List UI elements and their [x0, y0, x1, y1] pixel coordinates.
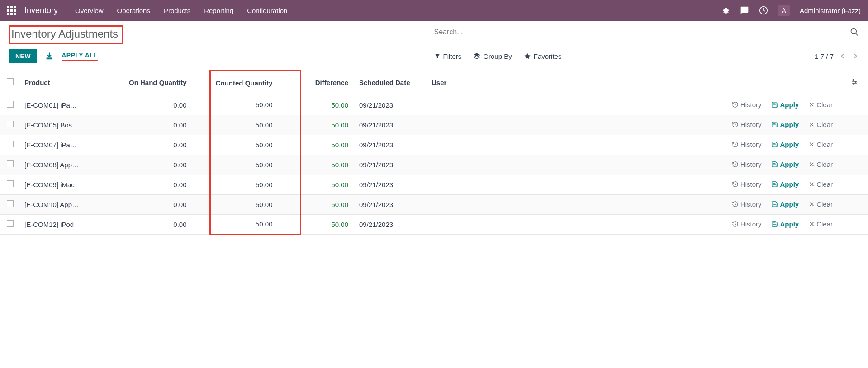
cell-product[interactable]: [E-COM12] iPod: [20, 214, 119, 234]
user-name[interactable]: Administrator (Fazz): [800, 7, 861, 14]
th-counted[interactable]: Counted Quantity: [210, 71, 300, 95]
apply-button[interactable]: Apply: [771, 160, 799, 168]
apply-button[interactable]: Apply: [771, 121, 799, 128]
cell-product[interactable]: [E-COM05] Bos…: [20, 115, 119, 135]
cell-onhand[interactable]: 0.00: [119, 175, 210, 194]
cell-onhand[interactable]: 0.00: [119, 194, 210, 214]
table-row[interactable]: [E-COM09] iMac 0.00 50.00 50.00 09/21/20…: [0, 175, 868, 194]
clear-button[interactable]: Clear: [809, 180, 833, 188]
nav-products[interactable]: Products: [164, 7, 190, 14]
apply-button[interactable]: Apply: [771, 101, 799, 109]
search-icon[interactable]: [850, 28, 859, 37]
cell-onhand[interactable]: 0.00: [119, 214, 210, 234]
clock-icon[interactable]: [759, 6, 768, 15]
cell-counted[interactable]: 50.00: [210, 95, 300, 115]
cell-user[interactable]: [427, 175, 490, 194]
new-button[interactable]: NEW: [9, 49, 37, 63]
table-row[interactable]: [E-COM05] Bos… 0.00 50.00 50.00 09/21/20…: [0, 115, 868, 135]
pager-text[interactable]: 1-7 / 7: [814, 52, 834, 60]
row-checkbox[interactable]: [7, 101, 14, 108]
clear-button[interactable]: Clear: [809, 200, 833, 208]
avatar[interactable]: A: [778, 5, 790, 16]
cell-date[interactable]: 09/21/2023: [355, 175, 427, 194]
pager-prev-icon[interactable]: [839, 52, 846, 60]
cell-date[interactable]: 09/21/2023: [355, 115, 427, 135]
cell-onhand[interactable]: 0.00: [119, 135, 210, 155]
favorites-button[interactable]: Favorites: [524, 52, 562, 60]
cell-user[interactable]: [427, 194, 490, 214]
cell-user[interactable]: [427, 214, 490, 234]
table-row[interactable]: [E-COM12] iPod 0.00 50.00 50.00 09/21/20…: [0, 214, 868, 234]
groupby-button[interactable]: Group By: [473, 52, 512, 60]
cell-user[interactable]: [427, 115, 490, 135]
clear-button[interactable]: Clear: [809, 101, 833, 109]
row-checkbox[interactable]: [7, 121, 14, 127]
cell-onhand[interactable]: 0.00: [119, 95, 210, 115]
app-title[interactable]: Inventory: [24, 6, 58, 15]
cell-date[interactable]: 09/21/2023: [355, 214, 427, 234]
column-settings-icon[interactable]: [851, 78, 858, 85]
th-product[interactable]: Product: [20, 71, 119, 95]
pager-next-icon[interactable]: [852, 52, 859, 60]
apply-button[interactable]: Apply: [771, 220, 799, 228]
history-button[interactable]: History: [732, 200, 762, 208]
history-button[interactable]: History: [732, 101, 762, 109]
cell-counted[interactable]: 50.00: [210, 175, 300, 194]
cell-product[interactable]: [E-COM08] App…: [20, 155, 119, 175]
cell-onhand[interactable]: 0.00: [119, 115, 210, 135]
filters-button[interactable]: Filters: [434, 52, 462, 60]
clear-button[interactable]: Clear: [809, 220, 833, 228]
cell-product[interactable]: [E-COM10] App…: [20, 194, 119, 214]
search-bar[interactable]: [434, 25, 859, 41]
cell-product[interactable]: [E-COM01] iPa…: [20, 95, 119, 115]
cell-date[interactable]: 09/21/2023: [355, 135, 427, 155]
cell-counted[interactable]: 50.00: [210, 135, 300, 155]
cell-date[interactable]: 09/21/2023: [355, 155, 427, 175]
row-checkbox[interactable]: [7, 220, 14, 227]
nav-overview[interactable]: Overview: [75, 7, 104, 14]
bug-icon[interactable]: [722, 6, 730, 14]
select-all-checkbox[interactable]: [7, 78, 14, 85]
row-checkbox[interactable]: [7, 160, 14, 167]
th-difference[interactable]: Difference: [300, 71, 355, 95]
history-button[interactable]: History: [732, 220, 762, 228]
apps-grid-icon[interactable]: [7, 6, 16, 15]
th-onhand[interactable]: On Hand Quantity: [119, 71, 210, 95]
table-row[interactable]: [E-COM01] iPa… 0.00 50.00 50.00 09/21/20…: [0, 95, 868, 115]
table-row[interactable]: [E-COM07] iPa… 0.00 50.00 50.00 09/21/20…: [0, 135, 868, 155]
cell-counted[interactable]: 50.00: [210, 115, 300, 135]
th-user[interactable]: User: [427, 71, 490, 95]
cell-counted[interactable]: 50.00: [210, 155, 300, 175]
history-button[interactable]: History: [732, 121, 762, 128]
cell-counted[interactable]: 50.00: [210, 194, 300, 214]
th-scheduled[interactable]: Scheduled Date: [355, 71, 427, 95]
row-checkbox[interactable]: [7, 141, 14, 147]
cell-product[interactable]: [E-COM07] iPa…: [20, 135, 119, 155]
clear-button[interactable]: Clear: [809, 160, 833, 168]
cell-user[interactable]: [427, 155, 490, 175]
row-checkbox[interactable]: [7, 200, 14, 207]
nav-operations[interactable]: Operations: [117, 7, 150, 14]
apply-all-button[interactable]: APPLY ALL: [62, 52, 98, 61]
table-row[interactable]: [E-COM10] App… 0.00 50.00 50.00 09/21/20…: [0, 194, 868, 214]
nav-configuration[interactable]: Configuration: [247, 7, 287, 14]
history-button[interactable]: History: [732, 160, 762, 168]
cell-date[interactable]: 09/21/2023: [355, 194, 427, 214]
cell-onhand[interactable]: 0.00: [119, 155, 210, 175]
table-row[interactable]: [E-COM08] App… 0.00 50.00 50.00 09/21/20…: [0, 155, 868, 175]
cell-date[interactable]: 09/21/2023: [355, 95, 427, 115]
cell-product[interactable]: [E-COM09] iMac: [20, 175, 119, 194]
row-checkbox[interactable]: [7, 180, 14, 187]
nav-reporting[interactable]: Reporting: [204, 7, 233, 14]
cell-counted[interactable]: 50.00: [210, 214, 300, 234]
cell-user[interactable]: [427, 95, 490, 115]
apply-button[interactable]: Apply: [771, 200, 799, 208]
history-button[interactable]: History: [732, 180, 762, 188]
download-icon[interactable]: [45, 52, 53, 60]
cell-user[interactable]: [427, 135, 490, 155]
history-button[interactable]: History: [732, 141, 762, 148]
apply-button[interactable]: Apply: [771, 141, 799, 148]
clear-button[interactable]: Clear: [809, 141, 833, 148]
chat-icon[interactable]: [740, 6, 749, 15]
clear-button[interactable]: Clear: [809, 121, 833, 128]
